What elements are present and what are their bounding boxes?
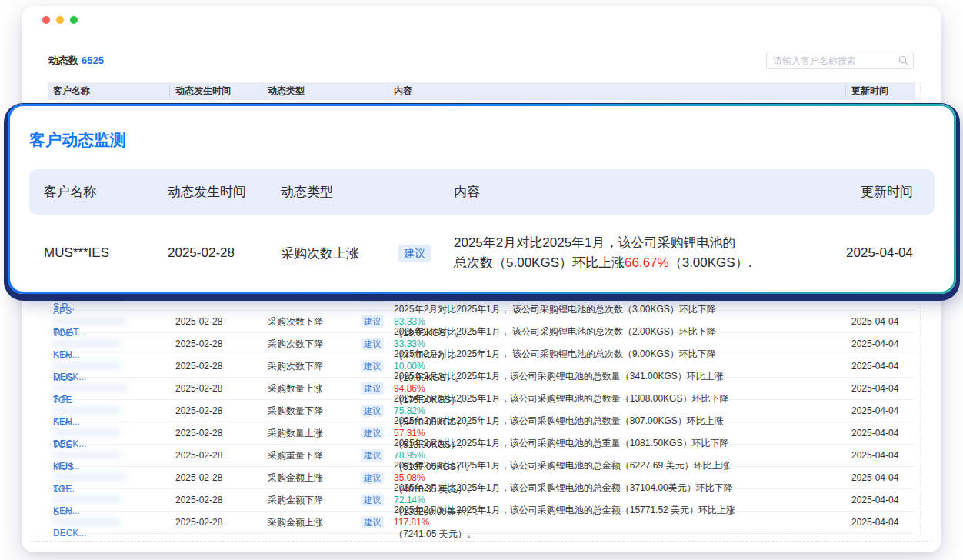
- occurred-date: 2025-02-28: [170, 361, 262, 372]
- redacted-name-segment: XXXXXXXXXXX: [53, 450, 170, 461]
- overlay-col-dynamic-type: 动态类型: [281, 183, 454, 201]
- dynamics-count-value: 6525: [82, 55, 104, 66]
- overlay-title: 客户动态监测: [29, 129, 935, 151]
- col-occurred-time: 动态发生时间: [170, 85, 262, 97]
- table-header: 客户名称 动态发生时间 动态类型 内容 更新时间: [48, 82, 915, 100]
- overlay-occurred-time: 2025-02-28: [168, 245, 281, 261]
- occurred-date: 2025-02-28: [170, 472, 262, 483]
- redacted-name-segment: XXXXXXXXXXXX: [53, 383, 170, 394]
- overlay-suggestion-badge: 建议: [398, 245, 431, 262]
- occurred-date: 2025-02-28: [170, 383, 262, 394]
- dynamic-type: 采购数量上涨建议: [262, 382, 388, 395]
- search-icon[interactable]: [898, 55, 908, 65]
- occurred-date: 2025-02-28: [170, 428, 262, 438]
- suggestion-badge: 建议: [361, 338, 384, 350]
- dynamic-type: 采购次数下降建议: [262, 315, 388, 328]
- redacted-name-segment: XXXXXXXXXXXX: [53, 316, 170, 327]
- suggestion-badge: 建议: [361, 449, 384, 462]
- customer-dynamics-overlay: 客户动态监测 客户名称 动态发生时间 动态类型 内容 更新时间 MUS***IE…: [8, 104, 956, 294]
- overlay-customer-name: MUS***IES: [44, 245, 168, 261]
- table-body: MUSXXXXXXXXXXXXS P...2025-02-28采购Top10地区…: [48, 282, 915, 534]
- redacted-name-segment: XXXXXXXXXXX: [53, 428, 170, 438]
- overlay-rise-percentage: 66.67%: [625, 255, 669, 270]
- updated-date: 2025-04-04: [846, 517, 915, 528]
- suggestion-badge: 建议: [361, 494, 384, 506]
- redacted-name-segment: XXXXXXXXXXX: [53, 361, 170, 372]
- occurred-date: 2025-02-28: [170, 316, 262, 327]
- overlay-content-line1: 2025年2月对比2025年1月，该公司采购锂电池的: [454, 233, 831, 253]
- redacted-name-segment: XXXXXXXXXXX: [53, 405, 170, 416]
- dynamics-count-label: 动态数: [48, 55, 78, 66]
- occurred-date: 2025-02-28: [170, 517, 262, 528]
- dynamic-type: 采购金额下降建议: [262, 494, 388, 507]
- col-customer-name: 客户名称: [48, 85, 170, 97]
- updated-date: 2025-04-04: [846, 383, 915, 394]
- table-bottom-divider: [31, 541, 932, 542]
- dynamic-type: 采购金额上涨建议: [262, 472, 388, 485]
- suggestion-badge: 建议: [361, 516, 384, 528]
- dynamic-type: 采购数量上涨建议: [262, 427, 388, 440]
- overlay-table-header: 客户名称 动态发生时间 动态类型 内容 更新时间: [29, 169, 935, 215]
- overlay-table-row[interactable]: MUS***IES 2025-02-28 采购次数上涨 建议 2025年2月对比…: [29, 215, 935, 292]
- dynamic-type: 采购次数下降建议: [262, 360, 388, 373]
- window-controls: [42, 16, 78, 24]
- overlay-updated-time: 2025-04-04: [831, 245, 913, 261]
- occurred-date: 2025-02-28: [170, 405, 262, 416]
- customer-name-link[interactable]: STAXXXXXXXXXXXDECK...: [48, 506, 170, 538]
- updated-date: 2025-04-04: [846, 338, 915, 349]
- redacted-name-segment: XXXXXXXXXXX: [53, 495, 170, 505]
- updated-date: 2025-04-04: [846, 450, 915, 461]
- dynamic-type: 采购金额上涨建议: [262, 516, 388, 529]
- close-window-icon[interactable]: [42, 16, 50, 24]
- minimize-window-icon[interactable]: [56, 16, 64, 24]
- overlay-col-content: 内容: [454, 183, 831, 201]
- occurred-date: 2025-02-28: [170, 338, 262, 349]
- overlay-content-line2: 总次数（5.00KGS）环比上涨66.67%（3.00KGS）.: [454, 253, 831, 273]
- col-updated-time: 更新时间: [846, 85, 915, 97]
- row-content: 2025年2月对比2025年1月，该公司采购锂电池的总金额（15771.52 美…: [388, 504, 846, 541]
- occurred-date: 2025-02-28: [170, 450, 262, 461]
- customer-search[interactable]: [766, 52, 914, 69]
- dynamic-type: 采购数量下降建议: [262, 405, 388, 418]
- table-row[interactable]: STAXXXXXXXXXXXDECK...2025-02-28采购金额上涨建议2…: [48, 512, 915, 534]
- col-dynamic-type: 动态类型: [262, 85, 388, 97]
- suggestion-badge: 建议: [361, 360, 384, 372]
- overlay-col-updated-time: 更新时间: [831, 183, 913, 201]
- updated-date: 2025-04-04: [846, 316, 915, 327]
- overlay-content: 2025年2月对比2025年1月，该公司采购锂电池的 总次数（5.00KGS）环…: [454, 233, 831, 273]
- overlay-col-customer-name: 客户名称: [44, 183, 168, 201]
- dynamics-count: 动态数6525: [48, 54, 104, 68]
- search-input[interactable]: [773, 55, 898, 66]
- col-content: 内容: [388, 85, 846, 97]
- redacted-name-segment: XXXXXXXXXXX: [53, 517, 170, 528]
- redacted-name-segment: XXXXXXXXXXXX: [53, 472, 170, 483]
- suggestion-badge: 建议: [361, 405, 384, 417]
- updated-date: 2025-04-04: [846, 428, 915, 438]
- overlay-col-occurred-time: 动态发生时间: [168, 183, 281, 201]
- redacted-name-segment: XXXXXXXXXXX: [53, 338, 170, 349]
- suggestion-badge: 建议: [361, 472, 384, 484]
- occurred-date: 2025-02-28: [170, 495, 262, 505]
- rise-percentage: 117.81%: [394, 517, 846, 528]
- overlay-dynamic-type: 采购次数上涨: [281, 245, 359, 262]
- updated-date: 2025-04-04: [846, 472, 915, 483]
- suggestion-badge: 建议: [361, 382, 384, 395]
- dynamic-type: 采购次数下降建议: [262, 338, 388, 351]
- updated-date: 2025-04-04: [846, 361, 915, 372]
- dynamic-type: 采购重量下降建议: [262, 449, 388, 462]
- maximize-window-icon[interactable]: [70, 16, 78, 24]
- suggestion-badge: 建议: [361, 427, 384, 439]
- overlay-body: 客户动态监测 客户名称 动态发生时间 动态类型 内容 更新时间 MUS***IE…: [10, 106, 954, 292]
- suggestion-badge: 建议: [361, 315, 384, 328]
- updated-date: 2025-04-04: [846, 405, 915, 416]
- screen: 动态数6525 客户名称 动态发生时间 动态类型 内容 更新时间 MUSXXXX…: [0, 0, 963, 560]
- updated-date: 2025-04-04: [846, 495, 915, 505]
